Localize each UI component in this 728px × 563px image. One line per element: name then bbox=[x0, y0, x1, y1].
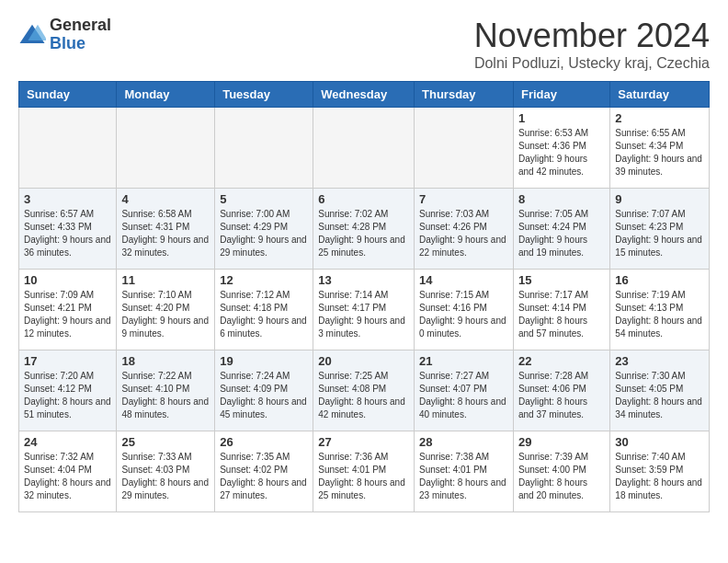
logo-blue-text: Blue bbox=[50, 35, 111, 53]
calendar-table: SundayMondayTuesdayWednesdayThursdayFrid… bbox=[18, 81, 710, 512]
day-cell: 16Sunrise: 7:19 AM Sunset: 4:13 PM Dayli… bbox=[610, 270, 710, 350]
day-cell: 5Sunrise: 7:00 AM Sunset: 4:29 PM Daylig… bbox=[215, 189, 313, 270]
week-row-2: 3Sunrise: 6:57 AM Sunset: 4:33 PM Daylig… bbox=[19, 189, 710, 270]
day-cell: 23Sunrise: 7:30 AM Sunset: 4:05 PM Dayli… bbox=[610, 350, 710, 431]
day-cell: 21Sunrise: 7:27 AM Sunset: 4:07 PM Dayli… bbox=[415, 350, 514, 431]
day-cell: 3Sunrise: 6:57 AM Sunset: 4:33 PM Daylig… bbox=[19, 189, 117, 270]
month-title: November 2024 bbox=[474, 17, 710, 55]
weekday-header-tuesday: Tuesday bbox=[215, 82, 313, 108]
day-info: Sunrise: 7:09 AM Sunset: 4:21 PM Dayligh… bbox=[24, 289, 111, 340]
weekday-header-friday: Friday bbox=[513, 82, 609, 108]
day-info: Sunrise: 7:14 AM Sunset: 4:17 PM Dayligh… bbox=[318, 289, 409, 340]
day-number: 20 bbox=[318, 354, 409, 368]
day-cell: 11Sunrise: 7:10 AM Sunset: 4:20 PM Dayli… bbox=[117, 270, 215, 350]
day-cell: 12Sunrise: 7:12 AM Sunset: 4:18 PM Dayli… bbox=[215, 270, 313, 350]
day-number: 17 bbox=[24, 354, 111, 368]
day-cell: 1Sunrise: 6:53 AM Sunset: 4:36 PM Daylig… bbox=[513, 108, 609, 189]
day-number: 14 bbox=[419, 273, 508, 287]
day-number: 28 bbox=[419, 435, 508, 449]
calendar-wrapper: SundayMondayTuesdayWednesdayThursdayFrid… bbox=[0, 81, 728, 522]
day-number: 6 bbox=[318, 192, 409, 206]
day-info: Sunrise: 7:20 AM Sunset: 4:12 PM Dayligh… bbox=[24, 370, 111, 421]
day-info: Sunrise: 7:24 AM Sunset: 4:09 PM Dayligh… bbox=[220, 370, 308, 421]
day-cell: 22Sunrise: 7:28 AM Sunset: 4:06 PM Dayli… bbox=[513, 350, 609, 431]
title-section: November 2024 Dolni Podluzi, Ustecky kra… bbox=[474, 17, 710, 72]
day-number: 3 bbox=[24, 192, 111, 206]
day-info: Sunrise: 7:19 AM Sunset: 4:13 PM Dayligh… bbox=[615, 289, 704, 340]
day-number: 13 bbox=[318, 273, 409, 287]
weekday-header-monday: Monday bbox=[117, 82, 215, 108]
day-number: 30 bbox=[615, 435, 704, 449]
page-header: General Blue November 2024 Dolni Podluzi… bbox=[0, 0, 728, 81]
day-cell: 20Sunrise: 7:25 AM Sunset: 4:08 PM Dayli… bbox=[313, 350, 415, 431]
day-info: Sunrise: 7:17 AM Sunset: 4:14 PM Dayligh… bbox=[518, 289, 605, 340]
day-cell: 2Sunrise: 6:55 AM Sunset: 4:34 PM Daylig… bbox=[610, 108, 710, 189]
day-info: Sunrise: 7:02 AM Sunset: 4:28 PM Dayligh… bbox=[318, 208, 409, 259]
day-number: 26 bbox=[220, 435, 308, 449]
day-info: Sunrise: 7:12 AM Sunset: 4:18 PM Dayligh… bbox=[220, 289, 308, 340]
weekday-header-saturday: Saturday bbox=[610, 82, 710, 108]
day-info: Sunrise: 6:55 AM Sunset: 4:34 PM Dayligh… bbox=[615, 127, 704, 178]
day-cell: 14Sunrise: 7:15 AM Sunset: 4:16 PM Dayli… bbox=[415, 270, 514, 350]
day-info: Sunrise: 7:40 AM Sunset: 3:59 PM Dayligh… bbox=[615, 451, 704, 502]
day-cell: 29Sunrise: 7:39 AM Sunset: 4:00 PM Dayli… bbox=[513, 431, 609, 512]
day-info: Sunrise: 7:03 AM Sunset: 4:26 PM Dayligh… bbox=[419, 208, 508, 259]
day-cell: 18Sunrise: 7:22 AM Sunset: 4:10 PM Dayli… bbox=[117, 350, 215, 431]
day-cell bbox=[313, 108, 415, 189]
day-number: 2 bbox=[615, 111, 704, 125]
week-row-4: 17Sunrise: 7:20 AM Sunset: 4:12 PM Dayli… bbox=[19, 350, 710, 431]
week-row-5: 24Sunrise: 7:32 AM Sunset: 4:04 PM Dayli… bbox=[19, 431, 710, 512]
day-cell: 17Sunrise: 7:20 AM Sunset: 4:12 PM Dayli… bbox=[19, 350, 117, 431]
day-cell: 4Sunrise: 6:58 AM Sunset: 4:31 PM Daylig… bbox=[117, 189, 215, 270]
day-number: 1 bbox=[518, 111, 605, 125]
day-info: Sunrise: 7:35 AM Sunset: 4:02 PM Dayligh… bbox=[220, 451, 308, 502]
day-info: Sunrise: 7:36 AM Sunset: 4:01 PM Dayligh… bbox=[318, 451, 409, 502]
day-info: Sunrise: 7:28 AM Sunset: 4:06 PM Dayligh… bbox=[518, 370, 605, 421]
day-info: Sunrise: 7:07 AM Sunset: 4:23 PM Dayligh… bbox=[615, 208, 704, 259]
day-cell bbox=[215, 108, 313, 189]
day-cell: 9Sunrise: 7:07 AM Sunset: 4:23 PM Daylig… bbox=[610, 189, 710, 270]
day-cell: 27Sunrise: 7:36 AM Sunset: 4:01 PM Dayli… bbox=[313, 431, 415, 512]
day-number: 19 bbox=[220, 354, 308, 368]
day-info: Sunrise: 7:33 AM Sunset: 4:03 PM Dayligh… bbox=[121, 451, 210, 502]
day-info: Sunrise: 7:00 AM Sunset: 4:29 PM Dayligh… bbox=[220, 208, 308, 259]
day-number: 9 bbox=[615, 192, 704, 206]
day-cell bbox=[117, 108, 215, 189]
day-info: Sunrise: 6:53 AM Sunset: 4:36 PM Dayligh… bbox=[518, 127, 605, 178]
day-cell bbox=[19, 108, 117, 189]
day-cell: 7Sunrise: 7:03 AM Sunset: 4:26 PM Daylig… bbox=[415, 189, 514, 270]
day-number: 16 bbox=[615, 273, 704, 287]
weekday-header-thursday: Thursday bbox=[415, 82, 514, 108]
weekday-header-row: SundayMondayTuesdayWednesdayThursdayFrid… bbox=[19, 82, 710, 108]
day-cell: 8Sunrise: 7:05 AM Sunset: 4:24 PM Daylig… bbox=[513, 189, 609, 270]
day-number: 25 bbox=[121, 435, 210, 449]
day-info: Sunrise: 7:32 AM Sunset: 4:04 PM Dayligh… bbox=[24, 451, 111, 502]
day-info: Sunrise: 7:22 AM Sunset: 4:10 PM Dayligh… bbox=[121, 370, 210, 421]
day-number: 21 bbox=[419, 354, 508, 368]
day-number: 7 bbox=[419, 192, 508, 206]
day-number: 24 bbox=[24, 435, 111, 449]
location-title: Dolni Podluzi, Ustecky kraj, Czechia bbox=[474, 55, 710, 72]
day-cell: 26Sunrise: 7:35 AM Sunset: 4:02 PM Dayli… bbox=[215, 431, 313, 512]
day-number: 23 bbox=[615, 354, 704, 368]
day-number: 8 bbox=[518, 192, 605, 206]
day-info: Sunrise: 6:57 AM Sunset: 4:33 PM Dayligh… bbox=[24, 208, 111, 259]
logo-general-text: General bbox=[50, 17, 111, 35]
day-info: Sunrise: 7:25 AM Sunset: 4:08 PM Dayligh… bbox=[318, 370, 409, 421]
day-cell: 24Sunrise: 7:32 AM Sunset: 4:04 PM Dayli… bbox=[19, 431, 117, 512]
day-number: 4 bbox=[121, 192, 210, 206]
day-number: 22 bbox=[518, 354, 605, 368]
day-info: Sunrise: 6:58 AM Sunset: 4:31 PM Dayligh… bbox=[121, 208, 210, 259]
day-info: Sunrise: 7:27 AM Sunset: 4:07 PM Dayligh… bbox=[419, 370, 508, 421]
day-cell: 25Sunrise: 7:33 AM Sunset: 4:03 PM Dayli… bbox=[117, 431, 215, 512]
day-info: Sunrise: 7:15 AM Sunset: 4:16 PM Dayligh… bbox=[419, 289, 508, 340]
day-info: Sunrise: 7:38 AM Sunset: 4:01 PM Dayligh… bbox=[419, 451, 508, 502]
day-cell: 10Sunrise: 7:09 AM Sunset: 4:21 PM Dayli… bbox=[19, 270, 117, 350]
day-number: 18 bbox=[121, 354, 210, 368]
day-number: 29 bbox=[518, 435, 605, 449]
logo: General Blue bbox=[18, 17, 111, 53]
logo-icon bbox=[18, 21, 46, 49]
day-info: Sunrise: 7:30 AM Sunset: 4:05 PM Dayligh… bbox=[615, 370, 704, 421]
day-cell: 30Sunrise: 7:40 AM Sunset: 3:59 PM Dayli… bbox=[610, 431, 710, 512]
day-info: Sunrise: 7:10 AM Sunset: 4:20 PM Dayligh… bbox=[121, 289, 210, 340]
